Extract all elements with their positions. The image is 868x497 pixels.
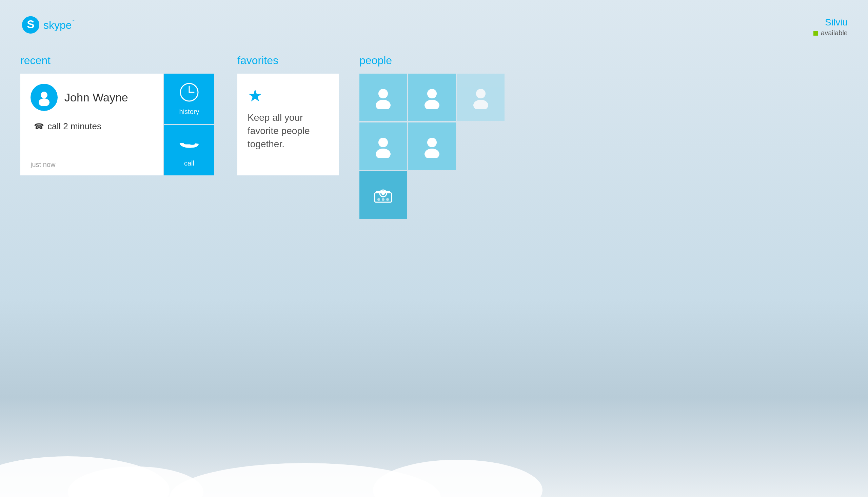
svg-point-16	[376, 148, 391, 158]
people-title: people	[359, 54, 848, 67]
svg-point-14	[473, 100, 488, 109]
svg-point-25	[386, 198, 389, 201]
avatar	[30, 84, 58, 111]
recent-content: John Wayne ☎ call 2 minutes just now	[20, 74, 217, 175]
svg-rect-22	[376, 191, 390, 193]
svg-point-9	[378, 89, 388, 98]
contact-header: John Wayne	[30, 84, 152, 111]
user-status: available	[813, 29, 848, 37]
user-info: Silviu available	[813, 14, 848, 37]
call-icon	[179, 134, 200, 157]
person-tile-4[interactable]	[359, 123, 407, 170]
svg-point-5	[39, 98, 49, 106]
svg-text:skype: skype	[43, 19, 72, 31]
contact-name: John Wayne	[64, 91, 128, 104]
call-tile[interactable]: call	[164, 125, 214, 175]
svg-point-24	[382, 198, 384, 201]
svg-point-17	[427, 138, 437, 147]
favorites-description: Keep all your favorite people together.	[248, 111, 329, 151]
svg-text:S: S	[27, 18, 34, 30]
main-content: recent John Wayne ☎	[20, 54, 848, 219]
recent-contact-card[interactable]: John Wayne ☎ call 2 minutes just now	[20, 74, 163, 175]
svg-point-13	[476, 89, 486, 98]
star-icon: ★	[248, 87, 329, 104]
call-detail: call 2 minutes	[47, 121, 101, 132]
history-tile-label: history	[179, 108, 200, 116]
svg-point-12	[425, 100, 439, 109]
status-indicator	[813, 31, 818, 36]
svg-point-23	[377, 198, 380, 201]
svg-text:™: ™	[71, 19, 75, 23]
clock-icon	[179, 82, 200, 105]
history-tile[interactable]: history	[164, 74, 214, 124]
recent-title: recent	[20, 54, 217, 67]
user-name: Silviu	[813, 17, 848, 28]
person-tile-1[interactable]	[359, 74, 407, 121]
action-tiles: history call	[164, 74, 214, 175]
call-tile-label: call	[184, 159, 194, 167]
timestamp: just now	[30, 161, 55, 169]
svg-point-15	[378, 138, 388, 147]
person-tile-2[interactable]	[408, 74, 456, 121]
favorites-section: favorites ★ Keep all your favorite peopl…	[237, 54, 339, 175]
skype-logo: S skype ™	[20, 14, 75, 37]
people-grid	[359, 74, 848, 219]
recent-section: recent John Wayne ☎	[20, 54, 217, 175]
clouds-decoration	[0, 429, 868, 497]
svg-point-18	[425, 148, 439, 158]
phone-icon: ☎	[34, 122, 44, 131]
call-info: ☎ call 2 minutes	[30, 121, 152, 132]
svg-point-10	[376, 100, 391, 109]
columns-layout: recent John Wayne ☎	[20, 54, 848, 219]
svg-point-4	[41, 91, 47, 98]
person-tile-5[interactable]	[408, 123, 456, 170]
people-section: people	[359, 54, 848, 219]
svg-point-11	[427, 89, 437, 98]
phone-contact-tile[interactable]	[359, 171, 407, 219]
favorites-card: ★ Keep all your favorite people together…	[237, 74, 339, 175]
header: S skype ™ Silviu available	[20, 14, 848, 37]
status-label: available	[821, 29, 848, 37]
person-tile-3[interactable]	[457, 74, 504, 121]
favorites-title: favorites	[237, 54, 339, 67]
